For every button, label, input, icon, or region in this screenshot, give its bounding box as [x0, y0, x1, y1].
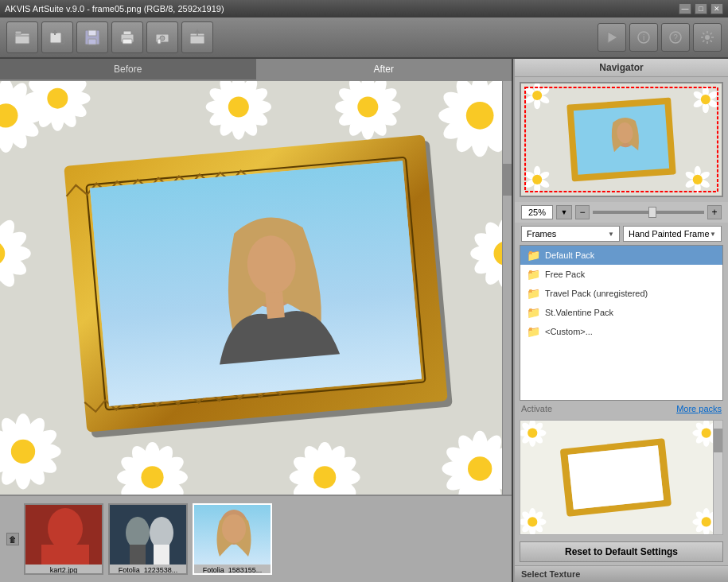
open-button[interactable] — [41, 21, 73, 53]
print-button[interactable] — [111, 21, 143, 53]
filmstrip-delete-btn[interactable]: 🗑 — [6, 533, 19, 545]
svg-rect-0 — [15, 33, 29, 44]
svg-point-246 — [528, 517, 537, 526]
svg-point-213 — [693, 175, 703, 184]
preview-scrollbar[interactable] — [713, 421, 722, 534]
canvas-background — [0, 81, 512, 495]
svg-point-58 — [466, 102, 494, 130]
app-title: AKVIS ArtSuite v.9.0 - frame05.png (RGB/… — [5, 4, 224, 14]
svg-point-184 — [222, 514, 246, 543]
navigator-preview[interactable] — [520, 82, 723, 197]
left-panel: Before After — [0, 59, 513, 582]
pack-item-1[interactable]: 📁 Free Pack — [520, 265, 722, 284]
canvas-image[interactable] — [0, 81, 512, 495]
svg-point-178 — [150, 517, 173, 549]
thumbnail-0[interactable]: kart2.jpg — [24, 503, 103, 575]
svg-point-17 — [705, 35, 710, 40]
svg-point-110 — [313, 466, 336, 488]
zoom-dropdown[interactable]: ▼ — [556, 205, 572, 219]
titlebar: AKVIS ArtSuite v.9.0 - frame05.png (RGB/… — [0, 0, 728, 17]
pack-icon-4: 📁 — [527, 325, 540, 338]
gear-button[interactable] — [693, 23, 722, 52]
frame-preview-svg — [520, 421, 722, 534]
help-button[interactable]: ? — [661, 23, 690, 52]
svg-rect-171 — [265, 292, 284, 319]
svg-point-136 — [141, 466, 163, 488]
window-controls: — □ ✕ — [679, 3, 723, 14]
frame-category-label: Frames — [527, 229, 556, 239]
navigator-preview-image — [521, 83, 722, 196]
svg-point-199 — [701, 95, 710, 104]
thumbnail-0-label: kart2.jpg — [25, 565, 102, 575]
navigator-label: Navigator — [515, 59, 728, 77]
before-tab[interactable]: Before — [0, 59, 256, 81]
pack-item-2[interactable]: 📁 Travel Pack (unregistered) — [520, 284, 722, 303]
pack-item-0[interactable]: 📁 Default Pack — [520, 246, 722, 265]
zoom-out-button[interactable]: − — [575, 205, 590, 219]
frame-name-select[interactable]: Hand Painted Frame ▼ — [623, 226, 722, 242]
svg-rect-4 — [88, 30, 96, 36]
reset-button[interactable]: Reset to Default Settings — [520, 541, 723, 562]
svg-rect-258 — [568, 445, 664, 510]
minimize-button[interactable]: — — [679, 3, 691, 14]
close-button[interactable]: ✕ — [710, 3, 723, 14]
pack-item-label-2: Travel Pack (unregistered) — [545, 289, 648, 298]
frame-category-arrow: ▼ — [608, 231, 614, 238]
main-area: Before After — [0, 59, 728, 582]
pack-item-label-4: <Custom>... — [545, 327, 593, 336]
svg-point-162 — [357, 97, 378, 118]
svg-rect-5 — [88, 39, 96, 45]
pack-item-label-1: Free Pack — [545, 270, 585, 279]
after-tab[interactable]: After — [256, 59, 512, 81]
svg-point-123 — [468, 456, 492, 480]
save-button[interactable] — [76, 21, 108, 53]
canvas-area: ◀ ▶ — [0, 81, 512, 495]
select-texture-label: Select Texture — [521, 569, 580, 579]
svg-point-206 — [532, 175, 542, 184]
svg-point-173 — [48, 508, 83, 549]
pack-item-label-0: Default Pack — [545, 250, 594, 260]
frame-name-label: Hand Painted Frame — [629, 229, 710, 239]
open-file-button[interactable] — [6, 21, 38, 53]
info-button[interactable]: i — [629, 23, 658, 52]
svg-marker-12 — [608, 32, 617, 43]
frame-preview-image — [520, 421, 722, 534]
svg-text:i: i — [643, 33, 644, 42]
thumbnail-1-label: Fotolia_1223538... — [110, 565, 186, 575]
zoom-slider[interactable] — [593, 211, 704, 214]
toolbar: i ? — [0, 17, 728, 59]
svg-rect-10 — [158, 39, 161, 44]
preview-scroll-thumb[interactable] — [714, 429, 723, 452]
svg-rect-7 — [123, 39, 132, 44]
svg-point-45 — [47, 88, 68, 109]
vertical-scroll-thumb[interactable] — [503, 164, 512, 196]
maximize-button[interactable]: □ — [695, 3, 707, 14]
play-button[interactable] — [598, 23, 626, 52]
vertical-scrollbar[interactable] — [502, 81, 512, 495]
frame-preview[interactable] — [520, 420, 723, 535]
pack-item-3[interactable]: 📁 St.Valentine Pack — [520, 303, 722, 322]
zoom-value: 25% — [521, 205, 553, 219]
zoom-slider-thumb[interactable] — [648, 207, 656, 218]
svg-point-97 — [11, 440, 35, 464]
export-button[interactable] — [181, 21, 213, 53]
svg-rect-179 — [130, 545, 146, 565]
right-panel: Navigator — [513, 59, 728, 582]
pack-item-label-3: St.Valentine Pack — [545, 308, 613, 317]
svg-point-228 — [528, 429, 537, 438]
select-texture-bar: Select Texture — [515, 565, 728, 582]
pack-icon-1: 📁 — [527, 268, 540, 281]
tabs: Before After — [0, 59, 512, 81]
svg-text:?: ? — [673, 33, 678, 42]
zoom-controls: 25% ▼ − + — [515, 202, 728, 223]
thumbnail-1[interactable]: Fotolia_1223538... — [108, 503, 188, 575]
svg-point-177 — [126, 517, 150, 549]
svg-point-192 — [532, 91, 542, 100]
zoom-in-button[interactable]: + — [707, 205, 722, 219]
settings-button[interactable] — [146, 21, 178, 53]
frame-category-select[interactable]: Frames ▼ — [521, 226, 620, 242]
thumbnail-2[interactable]: Fotolia_1583155... — [193, 503, 272, 575]
svg-point-237 — [702, 429, 711, 438]
more-packs-link[interactable]: More packs — [676, 404, 722, 413]
pack-item-4[interactable]: 📁 <Custom>... — [520, 322, 722, 341]
